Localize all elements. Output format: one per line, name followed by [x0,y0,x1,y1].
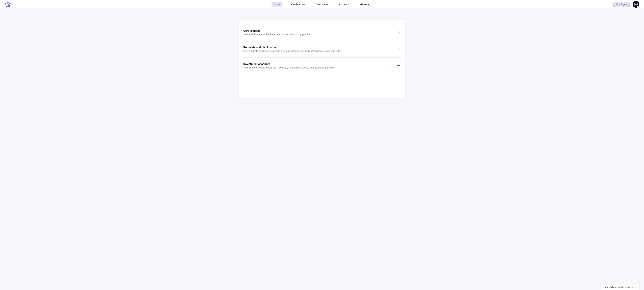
app-header: Home Certifications Disclosures Accounts… [0,0,644,9]
nav-item-marketing[interactable]: Marketing [358,2,372,7]
row-title: Requests and disclosures [243,46,340,49]
row-title: Investment accounts [243,63,336,66]
row-left: Requests and disclosures View requests a… [243,46,340,52]
svg-line-30 [635,5,636,6]
home-card: Certifications View any documents that h… [239,20,405,98]
row-description: View your connected investment accounts,… [243,66,336,69]
row-left: Investment accounts View your connected … [243,63,336,69]
row-left: Certifications View any documents that h… [243,29,312,36]
main-content: Certifications View any documents that h… [0,9,644,98]
nav-item-accounts[interactable]: Accounts [337,2,351,7]
header-right: Employee H [613,1,639,8]
row-description: View any documents that have been shared… [243,33,312,36]
svg-line-15 [8,5,9,6]
feedback-prompt: How likely are you to recommen… [604,286,633,288]
nav-item-certifications[interactable]: Certifications [289,2,307,7]
nav-item-home[interactable]: Home [272,2,282,7]
svg-line-14 [6,5,8,6]
row-title: Certifications [243,29,312,32]
svg-line-22 [636,3,638,4]
avatar-badge: H [637,6,639,8]
svg-point-5 [7,4,8,5]
caret-up-icon: ▲ [635,286,637,288]
header-left [5,1,11,8]
app-logo-icon[interactable] [5,1,11,8]
row-description: View requests and disclose outside busin… [243,50,340,52]
svg-line-31 [636,5,637,6]
svg-line-6 [8,2,10,4]
employee-badge[interactable]: Employee [613,2,630,7]
main-nav: Home Certifications Disclosures Accounts… [272,2,372,7]
svg-line-10 [6,2,8,4]
arrow-right-icon [397,64,400,68]
row-certifications[interactable]: Certifications View any documents that h… [243,28,401,41]
feedback-widget[interactable]: How likely are you to recommen… ▲ [601,284,639,290]
avatar[interactable]: H [632,1,639,8]
row-investment-accounts[interactable]: Investment accounts View your connected … [243,58,401,74]
arrow-right-icon [397,47,400,51]
row-requests-disclosures[interactable]: Requests and disclosures View requests a… [243,41,401,58]
svg-line-26 [634,3,636,4]
nav-item-disclosures[interactable]: Disclosures [314,2,330,7]
arrow-right-icon [397,31,400,34]
